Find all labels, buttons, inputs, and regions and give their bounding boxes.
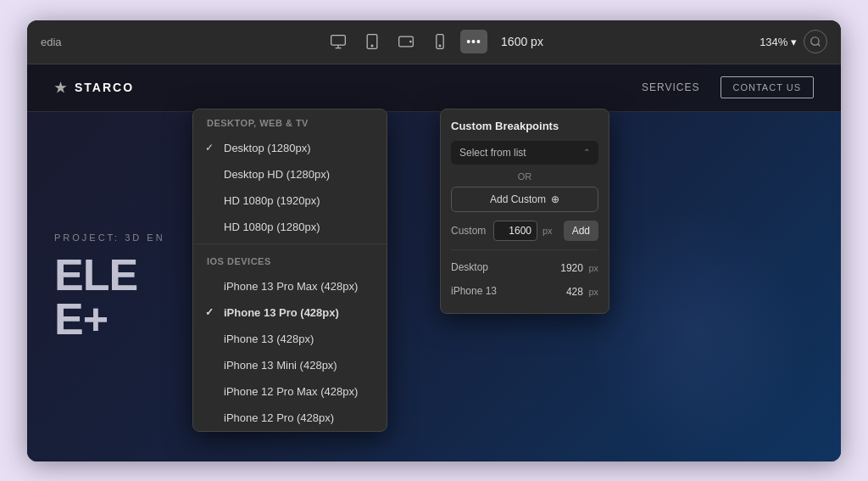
bp-entry-unit-0: px — [588, 263, 598, 273]
select-from-list-label: Select from list — [459, 147, 526, 159]
breakpoint-entry-iphone13: iPhone 13 428 px — [451, 279, 598, 303]
svg-point-4 — [371, 45, 373, 47]
site-preview: ★ STARCO SERVICES CONTACT US PROJECT: 3D… — [27, 64, 841, 461]
site-title: ELE E+ — [54, 253, 165, 341]
site-title-line1: ELE — [54, 250, 137, 299]
phone-device-icon[interactable] — [426, 30, 453, 53]
breakpoint-entry-desktop: Desktop 1920 px — [451, 255, 598, 279]
panel-divider — [451, 249, 598, 250]
nav-link-services: SERVICES — [642, 81, 699, 93]
section-desktop-header: Desktop, Web & TV — [193, 109, 387, 135]
device-item-hd1080-1280[interactable]: HD 1080p (1280px) — [193, 214, 387, 240]
breakpoints-panel: Custom Breakpoints Select from list ⌃ OR… — [440, 109, 609, 314]
svg-point-9 — [811, 37, 819, 45]
site-title-line2: E+ — [54, 294, 108, 344]
custom-value-input[interactable] — [493, 221, 537, 241]
tablet-device-icon[interactable] — [359, 30, 386, 53]
robot-decoration — [587, 207, 807, 461]
add-custom-label: Add Custom — [490, 193, 546, 205]
device-item-iphone13promax[interactable]: iPhone 13 Pro Max (428px) — [193, 273, 387, 299]
select-arrow-icon: ⌃ — [583, 148, 590, 157]
site-text-block: PROJECT: 3D EN ELE E+ — [54, 232, 165, 341]
app-window: edia — [27, 20, 841, 461]
toolbar-right: 134% ▾ — [760, 30, 827, 53]
svg-point-8 — [439, 45, 441, 47]
device-item-iphone13pro[interactable]: iPhone 13 Pro (428px) — [193, 299, 387, 326]
section-ios-header: iOS Devices — [193, 248, 387, 273]
select-from-list-row[interactable]: Select from list ⌃ — [451, 141, 598, 165]
or-separator: OR — [451, 171, 598, 182]
search-button[interactable] — [804, 30, 827, 53]
site-logo: ★ STARCO — [54, 80, 134, 96]
zoom-level[interactable]: 134% ▾ — [760, 36, 797, 48]
px-value-display: 1600 px — [501, 35, 543, 48]
landscape-tablet-icon[interactable] — [392, 30, 420, 53]
bp-entry-val-1: 428 — [566, 286, 583, 298]
toolbar-breadcrumb: edia — [41, 36, 62, 48]
bp-entry-name-0: Desktop — [451, 261, 498, 273]
custom-px-unit: px — [542, 226, 553, 236]
device-item-iphone13mini[interactable]: iPhone 13 Mini (428px) — [193, 352, 387, 378]
add-custom-button[interactable]: Add Custom ⊕ — [451, 187, 598, 212]
breakpoints-title: Custom Breakpoints — [451, 120, 598, 132]
svg-rect-0 — [331, 36, 346, 46]
site-subtitle: PROJECT: 3D EN — [54, 232, 165, 243]
site-logo-text: STARCO — [75, 81, 134, 94]
add-custom-icon: ⊕ — [551, 193, 559, 205]
device-item-iphone12promax[interactable]: iPhone 12 Pro Max (428px) — [193, 378, 387, 405]
svg-point-6 — [410, 41, 411, 42]
more-devices-button[interactable]: ••• — [460, 30, 487, 53]
bp-entry-unit-1: px — [588, 287, 598, 297]
custom-input-row: Custom px Add — [451, 221, 598, 241]
svg-line-10 — [818, 44, 821, 47]
device-item-iphone12pro[interactable]: iPhone 12 Pro (428px) — [193, 405, 387, 431]
main-area: ★ STARCO SERVICES CONTACT US PROJECT: 3D… — [27, 64, 841, 461]
device-dropdown: Desktop, Web & TV Desktop (1280px) Deskt… — [192, 109, 387, 432]
site-content: PROJECT: 3D EN ELE E+ — [27, 112, 841, 461]
site-nav-links: SERVICES CONTACT US — [642, 76, 814, 98]
device-item-desktop-hd[interactable]: Desktop HD (1280px) — [193, 161, 387, 187]
bp-entry-val-0: 1920 — [560, 262, 583, 274]
star-icon: ★ — [54, 80, 68, 96]
bp-entry-name-1: iPhone 13 — [451, 285, 498, 297]
device-item-desktop-1280[interactable]: Desktop (1280px) — [193, 135, 387, 161]
site-navbar: ★ STARCO SERVICES CONTACT US — [27, 64, 841, 112]
desktop-device-icon[interactable] — [325, 30, 352, 53]
custom-field-label: Custom — [451, 225, 488, 237]
device-item-iphone13[interactable]: iPhone 13 (428px) — [193, 326, 387, 352]
toolbar: edia — [27, 20, 841, 64]
toolbar-center: ••• 1600 px — [325, 30, 543, 53]
device-item-hd1080-1920[interactable]: HD 1080p (1920px) — [193, 187, 387, 214]
add-breakpoint-button[interactable]: Add — [564, 221, 598, 241]
nav-cta-button: CONTACT US — [721, 76, 815, 98]
dropdown-divider — [193, 243, 387, 244]
